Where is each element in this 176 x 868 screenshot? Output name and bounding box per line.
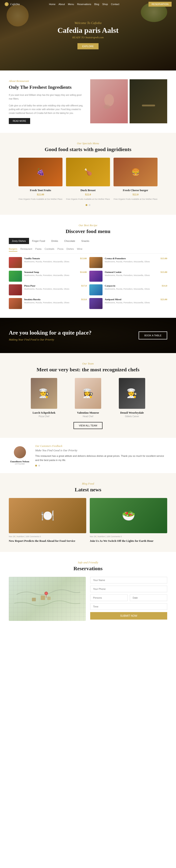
dot-1[interactable]: [85, 204, 87, 206]
hero-section: Welcome To Cafedia Cafedia paris Aalst R…: [0, 0, 176, 70]
persons-input[interactable]: [90, 594, 128, 601]
nav-reservations[interactable]: Reservations: [77, 3, 91, 5]
category-snacks[interactable]: Snacks: [78, 238, 93, 244]
about-subtitle: About Restaurant: [9, 79, 86, 83]
testimonial-tagline: Make You Find Good is Our Priority: [35, 448, 167, 452]
map-svg: [9, 577, 86, 621]
chef-card-1: 👩‍🍳 Valentino Monroe Head Chef: [68, 378, 108, 417]
about-img-placeholder-2: [130, 79, 167, 123]
category-chocolate[interactable]: Chocolate: [61, 238, 78, 244]
date-input[interactable]: [130, 594, 167, 601]
blog-subtitle: Blog Food: [9, 482, 167, 486]
nav-blog[interactable]: Blog: [94, 3, 99, 5]
menu-item-header-4: Pizza Puor $17.0: [24, 284, 87, 287]
special-image-1: 🍗: [66, 158, 110, 186]
blog-card-0: 🍽️ Nov 28 | Nutrition | 108 Comments 0 N…: [9, 498, 86, 543]
special-desc-1: Free Organic Fruits Available at Our Mot…: [66, 197, 110, 200]
phone-input[interactable]: [90, 586, 167, 592]
about-desc-1: If you want love and William shop has th…: [9, 93, 86, 101]
svg-rect-9: [41, 595, 45, 600]
nav-shop[interactable]: Shop: [102, 3, 108, 5]
test-dot-1[interactable]: [35, 465, 37, 466]
menu-item-name-3: Oatmeal Cookie: [105, 271, 121, 273]
banner-book-button[interactable]: BOOK A TABLE: [139, 332, 167, 339]
menu-item-0: Vanilla Tomato $13.00 Mushrooms, Rucola,…: [9, 257, 87, 268]
menu-item-1: Crema di Pomodoro $13.00 Mushrooms, Ruco…: [89, 257, 167, 268]
menu-item-info-3: Oatmeal Cookie $13.00 Mushrooms, Rucola,…: [105, 271, 167, 277]
hero-explore-button[interactable]: EXPLORE: [77, 43, 99, 49]
reservation-submit-button[interactable]: SUBMIT NOW: [90, 612, 167, 620]
banner-section: Are you looking for a quite place? Makin…: [0, 318, 176, 353]
hero-subtitle: Welcome To Cafedia: [74, 21, 101, 25]
special-desc-2: Free Organic Fruits Available at Our Mot…: [113, 197, 157, 200]
testimonial-role: 13 Founder: [15, 463, 25, 465]
about-desc-2: Cafe give us a full balby the winter pol…: [9, 104, 86, 115]
special-name-0: Fresh Toot Fruits: [19, 189, 63, 192]
special-name-2: Fresh Cheese burger: [113, 189, 157, 192]
blog-grid: 🍽️ Nov 28 | Nutrition | 108 Comments 0 N…: [9, 498, 167, 543]
nav-cta-button[interactable]: RESERVATION: [148, 2, 172, 7]
testimonial-avatar: [14, 446, 26, 458]
reservations-title: Reservations: [9, 566, 167, 571]
category-finger[interactable]: Finger Food: [29, 238, 48, 244]
chef-image-0: 👨‍🍳: [31, 378, 57, 409]
menu-item-desc-5: Mushrooms, Rucola, Pomodoro, Mozzarella,…: [105, 288, 167, 291]
chefs-subtitle: Our Team: [9, 362, 167, 365]
menu-item-5: Carpaccio $14.0 Mushrooms, Rucola, Pomod…: [89, 284, 167, 296]
svg-point-3: [104, 104, 110, 109]
specials-title: Good food starts with good ingridients: [9, 147, 167, 152]
chef-title-2: Giblets Carver: [112, 415, 152, 417]
time-input[interactable]: [90, 603, 167, 610]
menu-categories: Zesty Dishes Finger Food Drinks Chocolat…: [9, 238, 167, 244]
tab-dishes[interactable]: Dishes: [66, 248, 74, 251]
menu-tabs: Burgers Restaurant Pasta Cocktails Pizza…: [9, 248, 167, 253]
menu-item-header-0: Vanilla Tomato $13.00: [24, 257, 87, 260]
reservations-section: Safe and Friendly Reservations: [0, 552, 176, 630]
nav-menu[interactable]: Menu: [68, 3, 74, 5]
menu-item-price-2: $14.00: [80, 271, 87, 273]
dot-2[interactable]: [89, 204, 91, 206]
nav-about[interactable]: About: [59, 3, 65, 5]
tab-wine[interactable]: Wine: [77, 248, 82, 251]
test-dot-2[interactable]: [38, 465, 40, 466]
map-placeholder: [9, 577, 86, 621]
tab-pasta[interactable]: Pasta: [35, 248, 41, 251]
banner-subtitle: Making Your Find Food is Our Priority: [9, 338, 92, 341]
category-drinks[interactable]: Drinks: [48, 238, 61, 244]
chef-name-1: Valentino Monroe: [68, 411, 108, 414]
about-read-more-button[interactable]: READ MORE: [9, 118, 30, 124]
specials-grid: 🍇 Fresh Toot Fruits $22.00 Free Organic …: [9, 158, 167, 200]
nav-contact[interactable]: Contact: [111, 3, 119, 5]
name-input[interactable]: [90, 577, 167, 583]
menu-item-header-3: Oatmeal Cookie $13.00: [105, 271, 167, 273]
banner-text: Are you looking for a quite place? Makin…: [9, 330, 92, 341]
testimonial-text: This restaurant has a great attitute and…: [35, 454, 167, 462]
menu-item-price-0: $13.00: [80, 257, 87, 260]
tab-restaurant[interactable]: Restaurant: [21, 248, 32, 251]
blog-title: Latest news: [9, 487, 167, 493]
hero-tagline: READY TO beatstrapwb.com: [72, 36, 104, 39]
nav-home[interactable]: Home: [49, 3, 56, 5]
tab-cocktails[interactable]: Cocktails: [44, 248, 54, 251]
blog-post-title-1: Join Us As We Switch Off the Lights for …: [90, 539, 167, 543]
menu-item-image-4: [9, 284, 22, 296]
menu-item-3: Oatmeal Cookie $13.00 Mushrooms, Rucola,…: [89, 271, 167, 282]
special-image-2: 🍔: [113, 158, 157, 186]
view-all-chefs-button[interactable]: VIEW ALL TEAM: [73, 422, 102, 429]
menu-item-image-3: [89, 271, 103, 282]
special-card-0: 🍇 Fresh Toot Fruits $22.00 Free Organic …: [19, 158, 63, 200]
tab-burgers[interactable]: Burgers: [9, 248, 17, 251]
chef-image-2: 🧑‍🍳: [119, 378, 145, 409]
menu-item-4: Pizza Puor $17.0 Mushrooms, Rucola, Pomo…: [9, 284, 87, 296]
reservations-content: SUBMIT NOW: [9, 577, 167, 621]
about-images: [90, 79, 167, 124]
about-text: About Restaurant Only The Freshest Ingre…: [9, 79, 86, 124]
specials-subtitle: Our Specials Menu: [9, 142, 167, 145]
category-zesty[interactable]: Zesty Dishes: [9, 238, 29, 244]
banner-title: Are you looking for a quite place?: [9, 330, 92, 336]
menu-item-2: Seasonal Soup $14.00 Mushrooms, Rucola, …: [9, 271, 87, 282]
svg-rect-10: [47, 597, 50, 600]
testimonial-pagination: [35, 465, 167, 466]
tab-pizza[interactable]: Pizza: [58, 248, 63, 251]
menu-item-price-7: $23.00: [161, 298, 167, 301]
